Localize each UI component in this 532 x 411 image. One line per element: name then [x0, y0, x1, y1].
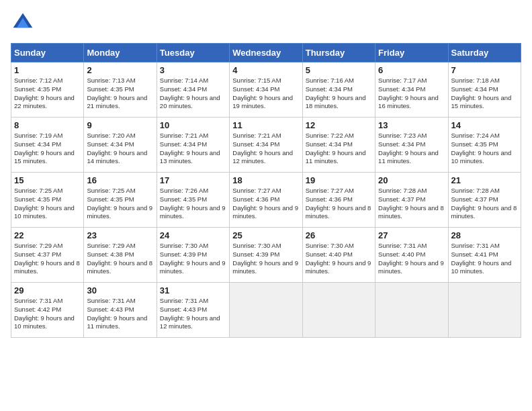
day-number: 16 — [87, 175, 153, 185]
calendar-header-row: SundayMondayTuesdayWednesdayThursdayFrid… — [11, 44, 521, 62]
day-number: 19 — [306, 175, 372, 185]
logo — [11, 11, 38, 35]
calendar-row-2: 15Sunrise: 7:25 AMSunset: 4:35 PMDayligh… — [11, 173, 521, 228]
calendar-cell: 26Sunrise: 7:30 AMSunset: 4:40 PMDayligh… — [302, 228, 375, 283]
day-number: 21 — [451, 175, 518, 185]
day-number: 5 — [306, 65, 372, 75]
calendar-cell: 22Sunrise: 7:29 AMSunset: 4:37 PMDayligh… — [11, 228, 84, 283]
day-info: Sunrise: 7:26 AMSunset: 4:35 PMDaylight:… — [160, 187, 226, 221]
calendar-body: 1Sunrise: 7:12 AMSunset: 4:35 PMDaylight… — [11, 62, 521, 338]
day-info: Sunrise: 7:20 AMSunset: 4:34 PMDaylight:… — [87, 132, 153, 166]
calendar-cell: 18Sunrise: 7:27 AMSunset: 4:36 PMDayligh… — [230, 173, 302, 228]
calendar-cell: 10Sunrise: 7:21 AMSunset: 4:34 PMDayligh… — [157, 118, 229, 173]
calendar-cell: 23Sunrise: 7:29 AMSunset: 4:38 PMDayligh… — [84, 228, 157, 283]
calendar-cell: 17Sunrise: 7:26 AMSunset: 4:35 PMDayligh… — [157, 173, 229, 228]
calendar-cell: 5Sunrise: 7:16 AMSunset: 4:34 PMDaylight… — [302, 62, 375, 118]
day-number: 6 — [378, 65, 445, 75]
day-number: 27 — [378, 230, 445, 240]
day-info: Sunrise: 7:28 AMSunset: 4:37 PMDaylight:… — [451, 187, 518, 221]
column-header-tuesday: Tuesday — [157, 44, 229, 62]
calendar-row-1: 8Sunrise: 7:19 AMSunset: 4:34 PMDaylight… — [11, 118, 521, 173]
calendar-cell — [448, 283, 521, 338]
calendar-cell: 27Sunrise: 7:31 AMSunset: 4:40 PMDayligh… — [375, 228, 448, 283]
calendar-cell: 20Sunrise: 7:28 AMSunset: 4:37 PMDayligh… — [375, 173, 448, 228]
day-info: Sunrise: 7:16 AMSunset: 4:34 PMDaylight:… — [306, 77, 372, 111]
day-number: 7 — [451, 65, 518, 75]
column-header-thursday: Thursday — [302, 44, 375, 62]
day-info: Sunrise: 7:21 AMSunset: 4:34 PMDaylight:… — [232, 132, 299, 166]
day-info: Sunrise: 7:27 AMSunset: 4:36 PMDaylight:… — [232, 187, 299, 221]
logo-icon — [11, 11, 35, 35]
day-info: Sunrise: 7:27 AMSunset: 4:36 PMDaylight:… — [306, 187, 372, 221]
calendar-cell: 28Sunrise: 7:31 AMSunset: 4:41 PMDayligh… — [448, 228, 521, 283]
day-number: 26 — [306, 230, 372, 240]
calendar-row-4: 29Sunrise: 7:31 AMSunset: 4:42 PMDayligh… — [11, 283, 521, 338]
day-number: 3 — [160, 65, 226, 75]
day-number: 15 — [14, 175, 81, 185]
calendar-cell: 21Sunrise: 7:28 AMSunset: 4:37 PMDayligh… — [448, 173, 521, 228]
column-header-sunday: Sunday — [11, 44, 84, 62]
day-info: Sunrise: 7:12 AMSunset: 4:35 PMDaylight:… — [14, 77, 81, 111]
day-number: 29 — [14, 285, 81, 295]
day-info: Sunrise: 7:15 AMSunset: 4:34 PMDaylight:… — [232, 77, 299, 111]
day-number: 4 — [232, 65, 299, 75]
day-info: Sunrise: 7:23 AMSunset: 4:34 PMDaylight:… — [378, 132, 445, 166]
day-number: 30 — [87, 285, 153, 295]
day-number: 11 — [232, 120, 299, 130]
calendar-cell: 15Sunrise: 7:25 AMSunset: 4:35 PMDayligh… — [11, 173, 84, 228]
day-number: 9 — [87, 120, 153, 130]
day-info: Sunrise: 7:31 AMSunset: 4:43 PMDaylight:… — [87, 297, 153, 331]
day-number: 22 — [14, 230, 81, 240]
day-info: Sunrise: 7:31 AMSunset: 4:43 PMDaylight:… — [160, 297, 226, 331]
day-number: 20 — [378, 175, 445, 185]
calendar-cell: 8Sunrise: 7:19 AMSunset: 4:34 PMDaylight… — [11, 118, 84, 173]
calendar-row-0: 1Sunrise: 7:12 AMSunset: 4:35 PMDaylight… — [11, 62, 521, 118]
calendar-cell — [375, 283, 448, 338]
calendar-row-3: 22Sunrise: 7:29 AMSunset: 4:37 PMDayligh… — [11, 228, 521, 283]
day-number: 25 — [232, 230, 299, 240]
day-info: Sunrise: 7:17 AMSunset: 4:34 PMDaylight:… — [378, 77, 445, 111]
day-number: 1 — [14, 65, 81, 75]
day-info: Sunrise: 7:30 AMSunset: 4:39 PMDaylight:… — [232, 242, 299, 276]
day-number: 14 — [451, 120, 518, 130]
day-number: 2 — [87, 65, 153, 75]
day-number: 23 — [87, 230, 153, 240]
calendar-cell: 4Sunrise: 7:15 AMSunset: 4:34 PMDaylight… — [230, 62, 302, 118]
day-number: 13 — [378, 120, 445, 130]
calendar-cell — [302, 283, 375, 338]
day-info: Sunrise: 7:24 AMSunset: 4:35 PMDaylight:… — [451, 132, 518, 166]
day-info: Sunrise: 7:28 AMSunset: 4:37 PMDaylight:… — [378, 187, 445, 221]
calendar-cell — [230, 283, 302, 338]
day-number: 24 — [160, 230, 226, 240]
calendar-cell: 3Sunrise: 7:14 AMSunset: 4:34 PMDaylight… — [157, 62, 229, 118]
calendar-cell: 19Sunrise: 7:27 AMSunset: 4:36 PMDayligh… — [302, 173, 375, 228]
day-info: Sunrise: 7:30 AMSunset: 4:39 PMDaylight:… — [160, 242, 226, 276]
day-info: Sunrise: 7:25 AMSunset: 4:35 PMDaylight:… — [87, 187, 153, 221]
calendar-cell: 31Sunrise: 7:31 AMSunset: 4:43 PMDayligh… — [157, 283, 229, 338]
calendar-cell: 30Sunrise: 7:31 AMSunset: 4:43 PMDayligh… — [84, 283, 157, 338]
calendar-cell: 12Sunrise: 7:22 AMSunset: 4:34 PMDayligh… — [302, 118, 375, 173]
day-info: Sunrise: 7:21 AMSunset: 4:34 PMDaylight:… — [160, 132, 226, 166]
calendar-cell: 1Sunrise: 7:12 AMSunset: 4:35 PMDaylight… — [11, 62, 84, 118]
day-info: Sunrise: 7:29 AMSunset: 4:38 PMDaylight:… — [87, 242, 153, 276]
calendar-cell: 2Sunrise: 7:13 AMSunset: 4:35 PMDaylight… — [84, 62, 157, 118]
day-info: Sunrise: 7:30 AMSunset: 4:40 PMDaylight:… — [306, 242, 372, 276]
day-number: 31 — [160, 285, 226, 295]
calendar-cell: 11Sunrise: 7:21 AMSunset: 4:34 PMDayligh… — [230, 118, 302, 173]
day-info: Sunrise: 7:19 AMSunset: 4:34 PMDaylight:… — [14, 132, 81, 166]
day-info: Sunrise: 7:31 AMSunset: 4:41 PMDaylight:… — [451, 242, 518, 276]
day-number: 12 — [306, 120, 372, 130]
column-header-monday: Monday — [84, 44, 157, 62]
calendar-cell: 9Sunrise: 7:20 AMSunset: 4:34 PMDaylight… — [84, 118, 157, 173]
day-info: Sunrise: 7:25 AMSunset: 4:35 PMDaylight:… — [14, 187, 81, 221]
day-number: 18 — [232, 175, 299, 185]
calendar-cell: 29Sunrise: 7:31 AMSunset: 4:42 PMDayligh… — [11, 283, 84, 338]
day-number: 28 — [451, 230, 518, 240]
day-info: Sunrise: 7:14 AMSunset: 4:34 PMDaylight:… — [160, 77, 226, 111]
day-info: Sunrise: 7:22 AMSunset: 4:34 PMDaylight:… — [306, 132, 372, 166]
calendar-cell: 14Sunrise: 7:24 AMSunset: 4:35 PMDayligh… — [448, 118, 521, 173]
column-header-saturday: Saturday — [448, 44, 521, 62]
page-header — [11, 11, 521, 35]
calendar-cell: 16Sunrise: 7:25 AMSunset: 4:35 PMDayligh… — [84, 173, 157, 228]
calendar-cell: 7Sunrise: 7:18 AMSunset: 4:34 PMDaylight… — [448, 62, 521, 118]
